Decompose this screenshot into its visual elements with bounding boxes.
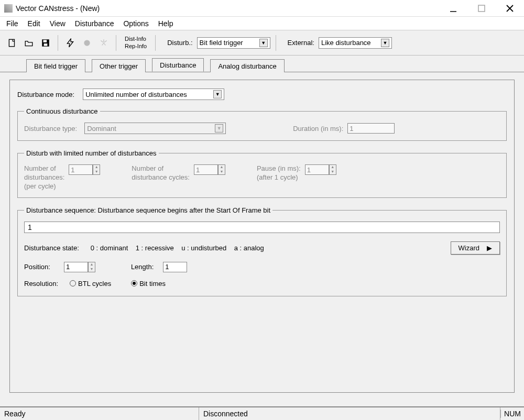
menubar: File Edit View Disturbance Options Help (0, 17, 524, 30)
spinner: ▲▼ (329, 164, 336, 175)
svg-point-9 (84, 40, 90, 46)
rep-info-label: Rep-Info (125, 43, 147, 50)
svg-line-11 (101, 40, 103, 42)
duration-label: Duration (in ms): (293, 125, 343, 132)
limited-disturbance-group: Disturb with limited number of disturban… (17, 149, 507, 198)
toolbar: Dist-Info Rep-Info Disturb.: Bit field t… (0, 30, 524, 56)
info-stack[interactable]: Dist-Info Rep-Info (122, 36, 150, 49)
disturbance-mode-label: Disturbance mode: (17, 91, 74, 98)
duration-input (347, 123, 395, 134)
num-disturb-label-2: disturbances: (24, 173, 64, 182)
btl-label: BTL cycles (78, 280, 111, 288)
num-cycles-input (194, 164, 218, 175)
disturb-value: Bit field trigger (200, 39, 256, 47)
status-connection: Disconnected (199, 407, 500, 420)
separator (116, 35, 116, 51)
disturbance-mode-value: Unlimited number of disturbances (85, 91, 210, 98)
separator (276, 35, 276, 51)
pause-label-2: (after 1 cycle) (257, 173, 301, 182)
restore-button[interactable] (475, 2, 488, 15)
sequence-group: Disturbance sequence: Disturbance sequen… (17, 206, 507, 296)
radio-icon (70, 280, 76, 286)
bit-times-label: Bit times (139, 280, 166, 288)
chevron-down-icon: ▼ (213, 90, 222, 98)
external-label: External: (288, 39, 314, 47)
disturbance-panel: Disturbance mode: Unlimited number of di… (9, 80, 515, 393)
cycles-label-1: Number of (132, 164, 190, 173)
num-disturbances-input (69, 164, 93, 175)
svg-line-12 (104, 40, 107, 42)
disturbance-type-value: Dominant (87, 125, 212, 132)
svg-line-14 (104, 43, 105, 46)
length-input[interactable] (163, 262, 187, 272)
tab-bit-field-trigger[interactable]: Bit field trigger (26, 59, 85, 72)
menu-help[interactable]: Help (158, 19, 173, 28)
spinner[interactable]: ▲▼ (88, 262, 95, 272)
num-disturb-label-1: Number of (24, 164, 64, 173)
record-icon[interactable] (80, 36, 94, 50)
chevron-down-icon: ▼ (259, 39, 268, 47)
disturb-label: Disturb.: (167, 39, 192, 47)
external-combo[interactable]: Like disturbance ▼ (319, 37, 392, 49)
status-ready: Ready (0, 407, 199, 420)
statusbar: Ready Disconnected NUM (0, 406, 524, 420)
limited-legend: Disturb with limited number of disturban… (24, 149, 159, 157)
app-icon (4, 4, 13, 13)
svg-rect-4 (9, 39, 14, 47)
menu-disturbance[interactable]: Disturbance (75, 19, 114, 28)
wizard-label: Wizard (458, 244, 479, 252)
content-area: Disturbance mode: Unlimited number of di… (0, 72, 524, 400)
disturbance-mode-combo[interactable]: Unlimited number of disturbances ▼ (83, 89, 224, 100)
window-controls (446, 2, 520, 15)
titlebar: Vector CANstress - (New) (0, 0, 524, 17)
svg-marker-8 (67, 39, 73, 47)
separator (155, 35, 156, 51)
continuous-disturbance-group: Continuous disturbance Disturbance type:… (17, 107, 507, 141)
num-disturb-label-3: (per cycle) (24, 182, 64, 191)
menu-file[interactable]: File (6, 19, 18, 28)
menu-options[interactable]: Options (123, 19, 148, 28)
menu-edit[interactable]: Edit (28, 19, 40, 28)
pause-label-1: Pause (in ms): (257, 164, 301, 173)
dist-info-label: Dist-Info (125, 36, 147, 42)
save-icon[interactable] (39, 36, 52, 50)
burst-icon[interactable] (97, 36, 111, 50)
chevron-down-icon: ▼ (381, 39, 389, 47)
play-icon: ▶ (487, 244, 492, 252)
continuous-legend: Continuous disturbance (24, 107, 100, 115)
tabstrip: Bit field trigger Other trigger Disturba… (0, 56, 524, 72)
status-numlock: NUM (500, 410, 524, 418)
close-button[interactable] (503, 2, 517, 15)
disturbance-type-combo: Dominant ▼ (84, 123, 226, 134)
svg-rect-6 (43, 40, 47, 42)
state-key: 0 : dominant 1 : recessive u : undisturb… (91, 244, 264, 252)
tab-analog-disturbance[interactable]: Analog disturbance (210, 59, 284, 72)
wizard-button[interactable]: Wizard ▶ (451, 241, 500, 255)
length-label: Length: (131, 263, 154, 271)
sequence-input[interactable] (24, 222, 500, 233)
external-value: Like disturbance (321, 39, 378, 47)
new-icon[interactable] (5, 36, 19, 50)
spinner: ▲▼ (218, 164, 225, 175)
state-label: Disturbance state: (24, 244, 79, 252)
open-icon[interactable] (22, 36, 36, 50)
spinner: ▲▼ (93, 164, 100, 175)
separator (58, 35, 58, 51)
svg-rect-1 (478, 5, 485, 12)
pause-input (305, 164, 329, 175)
position-input[interactable] (64, 262, 88, 272)
cycles-label-2: disturbance cycles: (132, 173, 190, 182)
lightning-icon[interactable] (63, 36, 77, 50)
menu-view[interactable]: View (50, 19, 66, 28)
btl-cycles-radio[interactable]: BTL cycles (70, 280, 111, 288)
disturbance-type-label: Disturbance type: (24, 125, 77, 132)
tab-other-trigger[interactable]: Other trigger (92, 59, 146, 72)
radio-icon (131, 280, 137, 286)
bit-times-radio[interactable]: Bit times (131, 280, 166, 288)
svg-line-13 (102, 43, 104, 46)
resolution-label: Resolution: (24, 280, 58, 288)
tab-disturbance[interactable]: Disturbance (152, 58, 204, 72)
minimize-button[interactable] (446, 2, 460, 15)
window-title: Vector CANstress - (New) (16, 4, 446, 13)
disturb-combo[interactable]: Bit field trigger ▼ (197, 37, 270, 49)
